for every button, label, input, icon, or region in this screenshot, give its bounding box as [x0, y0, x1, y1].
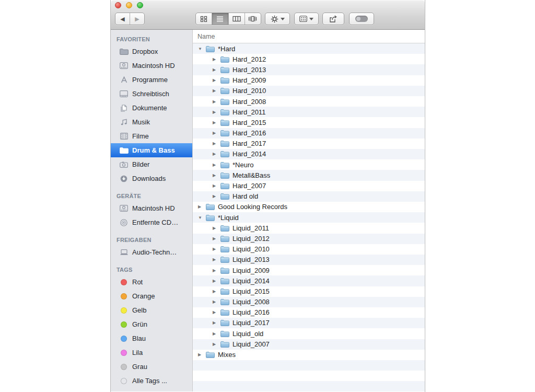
list-item-hard-2014[interactable]: ▶Hard_2014 — [193, 149, 425, 159]
sidebar-item-alle-tags[interactable]: Alle Tags ... — [111, 374, 192, 388]
sidebar-item-grau[interactable]: Grau — [111, 360, 192, 374]
tags-toggle-button[interactable] — [349, 13, 374, 25]
list-item-liquid-2015[interactable]: ▶Liquid_2015 — [193, 286, 425, 296]
disclosure-triangle[interactable]: ▶ — [213, 99, 220, 104]
disclosure-triangle[interactable]: ▶ — [198, 352, 205, 357]
sidebar-item-musik[interactable]: Musik — [111, 115, 192, 129]
sidebar-item-dokumente[interactable]: Dokumente — [111, 101, 192, 115]
list-item-hard-2015[interactable]: ▶Hard_2015 — [193, 117, 425, 128]
list-item-liquid-2008[interactable]: ▶Liquid_2008 — [193, 297, 425, 307]
sidebar-item-rot[interactable]: Rot — [111, 275, 192, 289]
sidebar-item-audio-techn[interactable]: Audio-Techn… — [111, 245, 192, 259]
disclosure-triangle[interactable]: ▶ — [213, 57, 220, 62]
list-item-liquid-old[interactable]: ▶Liquid_old — [193, 328, 425, 339]
list-item-liquid-2007[interactable]: ▶Liquid_2007 — [193, 339, 425, 349]
list-icon — [216, 16, 224, 22]
disclosure-triangle[interactable]: ▶ — [213, 320, 220, 325]
list-item-hard-2016[interactable]: ▶Hard_2016 — [193, 128, 425, 139]
sidebar-item-programme[interactable]: Programme — [111, 73, 192, 87]
sidebar-item-dropbox[interactable]: Dropbox — [111, 44, 192, 59]
sidebar-item-drum-bass[interactable]: Drum & Bass — [111, 143, 192, 157]
sidebar-item-filme[interactable]: Filme — [111, 129, 192, 143]
forward-button[interactable]: ▶ — [130, 13, 144, 25]
disclosure-triangle[interactable]: ▶ — [213, 120, 220, 125]
zoom-button[interactable] — [137, 2, 143, 8]
list-item-liquid-2017[interactable]: ▶Liquid_2017 — [193, 318, 425, 328]
sidebar-item-macintosh-hd[interactable]: Macintosh HD — [111, 201, 192, 215]
disclosure-triangle[interactable]: ▶ — [213, 299, 220, 304]
sidebar-item-blau[interactable]: Blau — [111, 331, 192, 345]
list-item-hard-2013[interactable]: ▶Hard_2013 — [193, 64, 425, 75]
list-item-hard-old[interactable]: ▶Hard old — [193, 191, 425, 202]
sidebar-item-entfernte-cd[interactable]: Entfernte CD… — [111, 215, 192, 229]
disclosure-triangle[interactable]: ▶ — [213, 194, 220, 199]
list-item-hard[interactable]: ▼*Hard — [193, 43, 425, 54]
disclosure-triangle[interactable]: ▶ — [213, 67, 220, 72]
list-item-hard-2009[interactable]: ▶Hard_2009 — [193, 75, 425, 86]
disclosure-triangle[interactable]: ▶ — [213, 163, 220, 167]
disclosure-triangle[interactable]: ▶ — [213, 78, 220, 83]
disclosure-triangle[interactable]: ▼ — [198, 215, 205, 220]
disclosure-triangle[interactable]: ▶ — [213, 88, 220, 93]
disclosure-triangle[interactable]: ▶ — [213, 131, 220, 135]
icon-view-button[interactable] — [196, 13, 212, 25]
column-header-name[interactable]: Name — [193, 30, 425, 43]
sidebar-item-orange[interactable]: Orange — [111, 289, 192, 303]
sidebar-item-macintosh-hd[interactable]: Macintosh HD — [111, 59, 192, 73]
disclosure-triangle[interactable]: ▶ — [213, 268, 220, 273]
list-item-liquid-2009[interactable]: ▶Liquid_2009 — [193, 265, 425, 275]
close-button[interactable] — [115, 2, 121, 8]
tag-dot-icon — [119, 293, 129, 299]
list-item-liquid-2011[interactable]: ▶Liquid_2011 — [193, 223, 425, 233]
list-item-liquid[interactable]: ▼*Liquid — [193, 212, 425, 223]
list-view-button[interactable] — [212, 13, 228, 25]
disclosure-triangle[interactable]: ▶ — [213, 247, 220, 251]
disclosure-triangle[interactable]: ▶ — [213, 236, 220, 241]
list-item-liquid-2014[interactable]: ▶Liquid_2014 — [193, 275, 425, 286]
disclosure-triangle[interactable]: ▶ — [213, 173, 220, 178]
list-item-liquid-2013[interactable]: ▶Liquid_2013 — [193, 255, 425, 265]
list-item-liquid-2012[interactable]: ▶Liquid_2012 — [193, 233, 425, 244]
sidebar-item-bilder[interactable]: Bilder — [111, 157, 192, 171]
list-item-good-looking-records[interactable]: ▶Good Looking Records — [193, 202, 425, 212]
sidebar-item-schreibtisch[interactable]: Schreibtisch — [111, 87, 192, 101]
share-button[interactable] — [322, 13, 344, 25]
list-item-metall-bass[interactable]: ▶Metall&Bass — [193, 170, 425, 180]
disclosure-triangle[interactable]: ▶ — [213, 183, 220, 188]
disclosure-triangle[interactable]: ▶ — [213, 331, 220, 336]
disclosure-triangle[interactable]: ▶ — [213, 226, 220, 230]
sidebar-item-lila[interactable]: Lila — [111, 345, 192, 360]
minimize-button[interactable] — [126, 2, 132, 8]
sidebar-item-grün[interactable]: Grün — [111, 317, 192, 331]
list-item-neuro[interactable]: ▶*Neuro — [193, 159, 425, 170]
disclosure-triangle[interactable]: ▶ — [213, 289, 220, 294]
disclosure-triangle[interactable]: ▶ — [213, 279, 220, 283]
list-item-hard-2017[interactable]: ▶Hard_2017 — [193, 139, 425, 149]
list-item-label: Liquid_2009 — [232, 267, 270, 274]
arrange-menu-button[interactable] — [294, 13, 319, 25]
disclosure-triangle[interactable]: ▼ — [198, 47, 205, 51]
disclosure-triangle[interactable]: ▶ — [213, 152, 220, 156]
action-menu-button[interactable] — [265, 13, 290, 25]
sidebar-item-label: Drum & Bass — [132, 146, 175, 154]
disclosure-triangle[interactable]: ▶ — [213, 141, 220, 146]
coverflow-view-button[interactable] — [245, 13, 261, 25]
list-item-hard-2010[interactable]: ▶Hard_2010 — [193, 86, 425, 96]
disclosure-triangle[interactable]: ▶ — [213, 342, 220, 347]
back-button[interactable]: ◀ — [115, 13, 130, 25]
list-item-hard-2008[interactable]: ▶Hard_2008 — [193, 96, 425, 107]
list-item-hard-2012[interactable]: ▶Hard_2012 — [193, 54, 425, 64]
sidebar-item-gelb[interactable]: Gelb — [111, 303, 192, 317]
disclosure-triangle[interactable]: ▶ — [198, 204, 205, 209]
list-item-hard-2011[interactable]: ▶Hard_2011 — [193, 107, 425, 117]
disclosure-triangle[interactable]: ▶ — [213, 310, 220, 315]
list-item-mixes[interactable]: ▶Mixes — [193, 349, 425, 360]
disclosure-triangle[interactable]: ▶ — [213, 110, 220, 114]
list-item-label: Hard_2016 — [232, 129, 266, 137]
column-view-button[interactable] — [228, 13, 245, 25]
list-item-liquid-2010[interactable]: ▶Liquid_2010 — [193, 244, 425, 255]
sidebar-item-downloads[interactable]: Downloads — [111, 171, 192, 186]
list-item-hard-2007[interactable]: ▶Hard_2007 — [193, 180, 425, 191]
disclosure-triangle[interactable]: ▶ — [213, 257, 220, 262]
list-item-liquid-2016[interactable]: ▶Liquid_2016 — [193, 307, 425, 318]
